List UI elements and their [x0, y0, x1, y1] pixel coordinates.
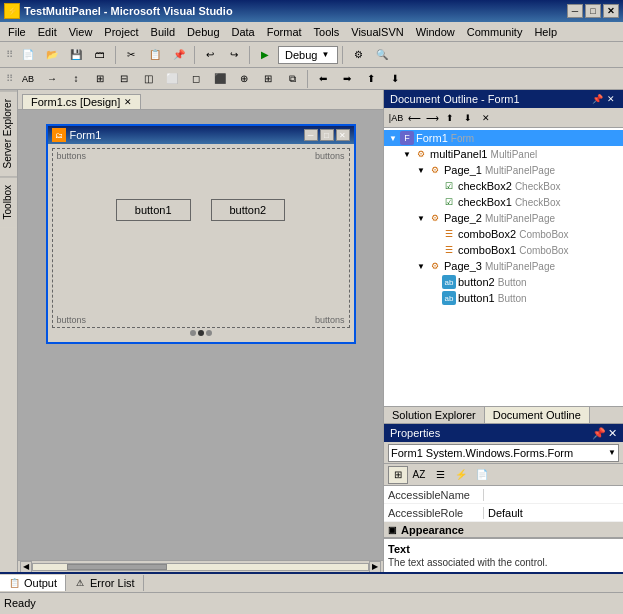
toolbox-tab[interactable]: Toolbox [0, 176, 17, 227]
props-row-accessible-name[interactable]: AccessibleName [384, 486, 623, 504]
toolbar-cut[interactable]: ✂ [120, 45, 142, 65]
toolbar-undo[interactable]: ↩ [199, 45, 221, 65]
expand-form1[interactable]: ▼ [386, 131, 400, 145]
form-maximize[interactable]: □ [320, 129, 334, 141]
multipanel[interactable]: buttons buttons button1 button2 buttons … [52, 148, 350, 328]
props-icon-categorized[interactable]: ⊞ [388, 466, 408, 484]
t2-btn10[interactable]: ⊕ [233, 69, 255, 89]
t2-btn6[interactable]: ◫ [137, 69, 159, 89]
expand-page3[interactable]: ▼ [414, 259, 428, 273]
menu-visualsvn[interactable]: VisualSVN [345, 24, 409, 40]
tree-node-form1[interactable]: ▼ F Form1 Form [384, 130, 623, 146]
t2-btn13[interactable]: ⬅ [312, 69, 334, 89]
t2-btn8[interactable]: ◻ [185, 69, 207, 89]
menu-format[interactable]: Format [261, 24, 308, 40]
debug-dropdown[interactable]: Debug ▼ [278, 46, 338, 64]
props-close[interactable]: ✕ [608, 427, 617, 440]
tab-solution-explorer[interactable]: Solution Explorer [384, 407, 485, 423]
outline-tb-1[interactable]: |AB [388, 110, 404, 126]
expand-page2[interactable]: ▼ [414, 211, 428, 225]
outline-close[interactable]: ✕ [605, 93, 617, 105]
tree-node-combo1[interactable]: ☰ comboBox1 ComboBox [384, 242, 623, 258]
toolbar-saveall[interactable]: 🗃 [89, 45, 111, 65]
scroll-right[interactable]: ▶ [369, 561, 381, 573]
menu-window[interactable]: Window [410, 24, 461, 40]
t2-btn5[interactable]: ⊟ [113, 69, 135, 89]
close-button[interactable]: ✕ [603, 4, 619, 18]
expand-multipanel1[interactable]: ▼ [400, 147, 414, 161]
toolbar-copy[interactable]: 📋 [144, 45, 166, 65]
toolbar-paste[interactable]: 📌 [168, 45, 190, 65]
toolbar-extra2[interactable]: 🔍 [371, 45, 393, 65]
t2-btn12[interactable]: ⧉ [281, 69, 303, 89]
menu-help[interactable]: Help [528, 24, 563, 40]
outline-tb-6[interactable]: ✕ [478, 110, 494, 126]
tree-node-page2[interactable]: ▼ ⚙ Page_2 MultiPanelPage [384, 210, 623, 226]
tree-node-button2[interactable]: ab button2 Button [384, 274, 623, 290]
designer-tab-close[interactable]: ✕ [124, 97, 132, 107]
props-row-accessible-role[interactable]: AccessibleRole Default [384, 504, 623, 522]
outline-tb-3[interactable]: ⟶ [424, 110, 440, 126]
t2-btn15[interactable]: ⬆ [360, 69, 382, 89]
outline-tb-2[interactable]: ⟵ [406, 110, 422, 126]
toolbar-new[interactable]: 📄 [17, 45, 39, 65]
toolbar-play[interactable]: ▶ [254, 45, 276, 65]
form-minimize[interactable]: ─ [304, 129, 318, 141]
form-button2[interactable]: button2 [211, 199, 286, 221]
props-dropdown[interactable]: Form1 System.Windows.Forms.Form ▼ [388, 444, 619, 462]
props-icon-events[interactable]: ⚡ [451, 466, 471, 484]
outline-tb-5[interactable]: ⬇ [460, 110, 476, 126]
toolbar-extra1[interactable]: ⚙ [347, 45, 369, 65]
h-scrollbar[interactable]: ◀ ▶ [18, 560, 383, 572]
toolbar-redo[interactable]: ↪ [223, 45, 245, 65]
t2-btn9[interactable]: ⬛ [209, 69, 231, 89]
outline-tb-4[interactable]: ⬆ [442, 110, 458, 126]
menu-tools[interactable]: Tools [308, 24, 346, 40]
tree-node-page1[interactable]: ▼ ⚙ Page_1 MultiPanelPage [384, 162, 623, 178]
menu-community[interactable]: Community [461, 24, 529, 40]
maximize-button[interactable]: □ [585, 4, 601, 18]
form-button1[interactable]: button1 [116, 199, 191, 221]
menu-edit[interactable]: Edit [32, 24, 63, 40]
tab-document-outline[interactable]: Document Outline [485, 407, 590, 423]
server-explorer-tab[interactable]: Server Explorer [0, 90, 17, 176]
props-pin[interactable]: 📌 [592, 427, 606, 440]
scroll-track[interactable] [32, 563, 369, 571]
t2-btn3[interactable]: ↕ [65, 69, 87, 89]
t2-btn14[interactable]: ➡ [336, 69, 358, 89]
designer-tab-form1[interactable]: Form1.cs [Design] ✕ [22, 94, 141, 109]
toolbar-save[interactable]: 💾 [65, 45, 87, 65]
prop-value-accessible-role[interactable]: Default [484, 507, 623, 519]
t2-btn1[interactable]: AB [17, 69, 39, 89]
outline-pin[interactable]: 📌 [591, 93, 603, 105]
t2-btn4[interactable]: ⊞ [89, 69, 111, 89]
tab-error-list[interactable]: ⚠ Error List [66, 575, 144, 591]
menu-build[interactable]: Build [145, 24, 181, 40]
tree-node-combo2[interactable]: ☰ comboBox2 ComboBox [384, 226, 623, 242]
t2-btn2[interactable]: → [41, 69, 63, 89]
tree-node-page3[interactable]: ▼ ⚙ Page_3 MultiPanelPage [384, 258, 623, 274]
props-icon-property-pages[interactable]: 📄 [472, 466, 492, 484]
menu-view[interactable]: View [63, 24, 99, 40]
t2-btn11[interactable]: ⊞ [257, 69, 279, 89]
section-expand-icon[interactable]: ▣ [388, 525, 397, 535]
menu-project[interactable]: Project [98, 24, 144, 40]
expand-page1[interactable]: ▼ [414, 163, 428, 177]
form-close[interactable]: ✕ [336, 129, 350, 141]
tab-output[interactable]: 📋 Output [0, 575, 66, 591]
props-icon-properties[interactable]: ☰ [430, 466, 450, 484]
props-icon-alpha[interactable]: AZ [409, 466, 429, 484]
tree-node-multipanel1[interactable]: ▼ ⚙ multiPanel1 MultiPanel [384, 146, 623, 162]
tree-node-checkbox1[interactable]: ☑ checkBox1 CheckBox [384, 194, 623, 210]
t2-btn7[interactable]: ⬜ [161, 69, 183, 89]
designer-canvas[interactable]: 🗂 Form1 ─ □ ✕ buttons buttons button1 [18, 110, 383, 560]
t2-btn16[interactable]: ⬇ [384, 69, 406, 89]
toolbar-open[interactable]: 📂 [41, 45, 63, 65]
menu-debug[interactable]: Debug [181, 24, 225, 40]
menu-file[interactable]: File [2, 24, 32, 40]
scroll-left[interactable]: ◀ [20, 561, 32, 573]
minimize-button[interactable]: ─ [567, 4, 583, 18]
menu-data[interactable]: Data [226, 24, 261, 40]
tree-node-button1[interactable]: ab button1 Button [384, 290, 623, 306]
tree-node-checkbox2[interactable]: ☑ checkBox2 CheckBox [384, 178, 623, 194]
